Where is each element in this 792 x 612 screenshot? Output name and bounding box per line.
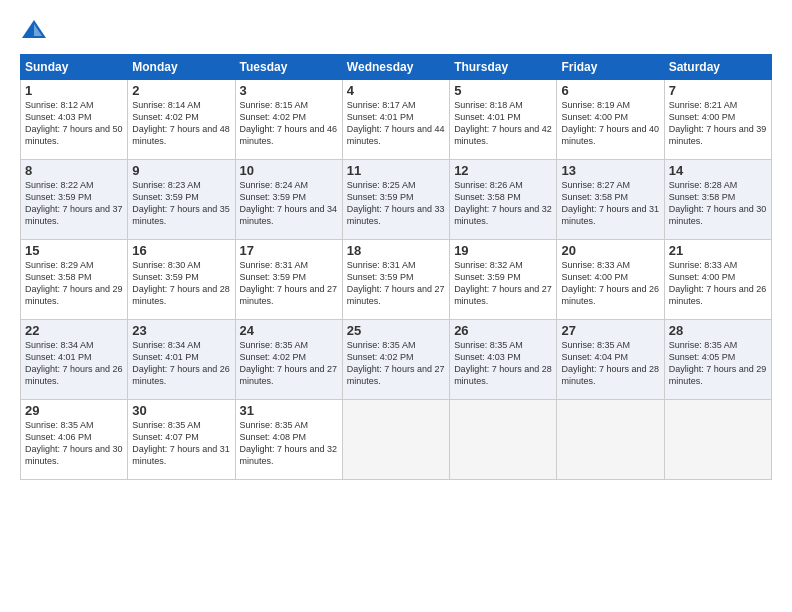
calendar-day-cell: 30 Sunrise: 8:35 AM Sunset: 4:07 PM Dayl… [128, 400, 235, 480]
day-info: Sunrise: 8:25 AM Sunset: 3:59 PM Dayligh… [347, 179, 445, 228]
day-number: 27 [561, 323, 659, 338]
day-number: 18 [347, 243, 445, 258]
weekday-header-friday: Friday [557, 55, 664, 80]
day-info: Sunrise: 8:31 AM Sunset: 3:59 PM Dayligh… [240, 259, 338, 308]
day-number: 2 [132, 83, 230, 98]
day-number: 9 [132, 163, 230, 178]
day-number: 25 [347, 323, 445, 338]
day-info: Sunrise: 8:33 AM Sunset: 4:00 PM Dayligh… [561, 259, 659, 308]
day-info: Sunrise: 8:23 AM Sunset: 3:59 PM Dayligh… [132, 179, 230, 228]
calendar-day-cell: 19 Sunrise: 8:32 AM Sunset: 3:59 PM Dayl… [450, 240, 557, 320]
day-info: Sunrise: 8:35 AM Sunset: 4:03 PM Dayligh… [454, 339, 552, 388]
day-info: Sunrise: 8:30 AM Sunset: 3:59 PM Dayligh… [132, 259, 230, 308]
calendar-day-cell: 13 Sunrise: 8:27 AM Sunset: 3:58 PM Dayl… [557, 160, 664, 240]
day-number: 3 [240, 83, 338, 98]
day-info: Sunrise: 8:21 AM Sunset: 4:00 PM Dayligh… [669, 99, 767, 148]
day-info: Sunrise: 8:35 AM Sunset: 4:02 PM Dayligh… [347, 339, 445, 388]
day-number: 12 [454, 163, 552, 178]
day-info: Sunrise: 8:12 AM Sunset: 4:03 PM Dayligh… [25, 99, 123, 148]
day-number: 22 [25, 323, 123, 338]
day-info: Sunrise: 8:35 AM Sunset: 4:04 PM Dayligh… [561, 339, 659, 388]
day-number: 24 [240, 323, 338, 338]
calendar-day-cell [557, 400, 664, 480]
calendar-day-cell: 27 Sunrise: 8:35 AM Sunset: 4:04 PM Dayl… [557, 320, 664, 400]
calendar-day-cell: 5 Sunrise: 8:18 AM Sunset: 4:01 PM Dayli… [450, 80, 557, 160]
day-info: Sunrise: 8:35 AM Sunset: 4:05 PM Dayligh… [669, 339, 767, 388]
calendar-day-cell: 6 Sunrise: 8:19 AM Sunset: 4:00 PM Dayli… [557, 80, 664, 160]
day-info: Sunrise: 8:28 AM Sunset: 3:58 PM Dayligh… [669, 179, 767, 228]
day-number: 30 [132, 403, 230, 418]
day-number: 4 [347, 83, 445, 98]
day-number: 6 [561, 83, 659, 98]
day-info: Sunrise: 8:27 AM Sunset: 3:58 PM Dayligh… [561, 179, 659, 228]
day-number: 7 [669, 83, 767, 98]
calendar-day-cell: 9 Sunrise: 8:23 AM Sunset: 3:59 PM Dayli… [128, 160, 235, 240]
day-info: Sunrise: 8:35 AM Sunset: 4:07 PM Dayligh… [132, 419, 230, 468]
day-number: 17 [240, 243, 338, 258]
calendar-day-cell: 28 Sunrise: 8:35 AM Sunset: 4:05 PM Dayl… [664, 320, 771, 400]
calendar-day-cell: 12 Sunrise: 8:26 AM Sunset: 3:58 PM Dayl… [450, 160, 557, 240]
day-info: Sunrise: 8:19 AM Sunset: 4:00 PM Dayligh… [561, 99, 659, 148]
calendar-day-cell: 16 Sunrise: 8:30 AM Sunset: 3:59 PM Dayl… [128, 240, 235, 320]
day-info: Sunrise: 8:17 AM Sunset: 4:01 PM Dayligh… [347, 99, 445, 148]
day-number: 23 [132, 323, 230, 338]
calendar-day-cell: 8 Sunrise: 8:22 AM Sunset: 3:59 PM Dayli… [21, 160, 128, 240]
day-number: 26 [454, 323, 552, 338]
calendar-day-cell [342, 400, 449, 480]
day-info: Sunrise: 8:34 AM Sunset: 4:01 PM Dayligh… [132, 339, 230, 388]
calendar-day-cell: 25 Sunrise: 8:35 AM Sunset: 4:02 PM Dayl… [342, 320, 449, 400]
day-number: 16 [132, 243, 230, 258]
calendar-day-cell: 24 Sunrise: 8:35 AM Sunset: 4:02 PM Dayl… [235, 320, 342, 400]
calendar-day-cell: 26 Sunrise: 8:35 AM Sunset: 4:03 PM Dayl… [450, 320, 557, 400]
calendar-day-cell: 23 Sunrise: 8:34 AM Sunset: 4:01 PM Dayl… [128, 320, 235, 400]
weekday-header-row: SundayMondayTuesdayWednesdayThursdayFrid… [21, 55, 772, 80]
calendar-day-cell [664, 400, 771, 480]
day-number: 11 [347, 163, 445, 178]
calendar-day-cell: 10 Sunrise: 8:24 AM Sunset: 3:59 PM Dayl… [235, 160, 342, 240]
calendar-day-cell: 18 Sunrise: 8:31 AM Sunset: 3:59 PM Dayl… [342, 240, 449, 320]
day-info: Sunrise: 8:35 AM Sunset: 4:08 PM Dayligh… [240, 419, 338, 468]
calendar-day-cell: 29 Sunrise: 8:35 AM Sunset: 4:06 PM Dayl… [21, 400, 128, 480]
calendar-day-cell [450, 400, 557, 480]
calendar-page: SundayMondayTuesdayWednesdayThursdayFrid… [0, 0, 792, 490]
day-number: 14 [669, 163, 767, 178]
day-number: 19 [454, 243, 552, 258]
calendar-day-cell: 22 Sunrise: 8:34 AM Sunset: 4:01 PM Dayl… [21, 320, 128, 400]
day-number: 1 [25, 83, 123, 98]
logo-icon [20, 16, 48, 44]
day-number: 5 [454, 83, 552, 98]
calendar-week-row: 8 Sunrise: 8:22 AM Sunset: 3:59 PM Dayli… [21, 160, 772, 240]
day-number: 28 [669, 323, 767, 338]
day-number: 21 [669, 243, 767, 258]
calendar-day-cell: 7 Sunrise: 8:21 AM Sunset: 4:00 PM Dayli… [664, 80, 771, 160]
calendar-day-cell: 3 Sunrise: 8:15 AM Sunset: 4:02 PM Dayli… [235, 80, 342, 160]
day-info: Sunrise: 8:14 AM Sunset: 4:02 PM Dayligh… [132, 99, 230, 148]
day-info: Sunrise: 8:31 AM Sunset: 3:59 PM Dayligh… [347, 259, 445, 308]
weekday-header-thursday: Thursday [450, 55, 557, 80]
day-number: 8 [25, 163, 123, 178]
logo [20, 16, 52, 44]
day-info: Sunrise: 8:32 AM Sunset: 3:59 PM Dayligh… [454, 259, 552, 308]
weekday-header-sunday: Sunday [21, 55, 128, 80]
header [20, 16, 772, 44]
day-info: Sunrise: 8:35 AM Sunset: 4:06 PM Dayligh… [25, 419, 123, 468]
calendar-day-cell: 15 Sunrise: 8:29 AM Sunset: 3:58 PM Dayl… [21, 240, 128, 320]
calendar-week-row: 22 Sunrise: 8:34 AM Sunset: 4:01 PM Dayl… [21, 320, 772, 400]
day-info: Sunrise: 8:24 AM Sunset: 3:59 PM Dayligh… [240, 179, 338, 228]
calendar-day-cell: 1 Sunrise: 8:12 AM Sunset: 4:03 PM Dayli… [21, 80, 128, 160]
day-number: 31 [240, 403, 338, 418]
calendar-day-cell: 11 Sunrise: 8:25 AM Sunset: 3:59 PM Dayl… [342, 160, 449, 240]
calendar-day-cell: 21 Sunrise: 8:33 AM Sunset: 4:00 PM Dayl… [664, 240, 771, 320]
day-info: Sunrise: 8:26 AM Sunset: 3:58 PM Dayligh… [454, 179, 552, 228]
day-info: Sunrise: 8:33 AM Sunset: 4:00 PM Dayligh… [669, 259, 767, 308]
calendar-table: SundayMondayTuesdayWednesdayThursdayFrid… [20, 54, 772, 480]
day-info: Sunrise: 8:22 AM Sunset: 3:59 PM Dayligh… [25, 179, 123, 228]
calendar-day-cell: 14 Sunrise: 8:28 AM Sunset: 3:58 PM Dayl… [664, 160, 771, 240]
day-number: 13 [561, 163, 659, 178]
day-info: Sunrise: 8:34 AM Sunset: 4:01 PM Dayligh… [25, 339, 123, 388]
day-info: Sunrise: 8:29 AM Sunset: 3:58 PM Dayligh… [25, 259, 123, 308]
day-number: 29 [25, 403, 123, 418]
day-number: 10 [240, 163, 338, 178]
calendar-day-cell: 17 Sunrise: 8:31 AM Sunset: 3:59 PM Dayl… [235, 240, 342, 320]
day-info: Sunrise: 8:35 AM Sunset: 4:02 PM Dayligh… [240, 339, 338, 388]
